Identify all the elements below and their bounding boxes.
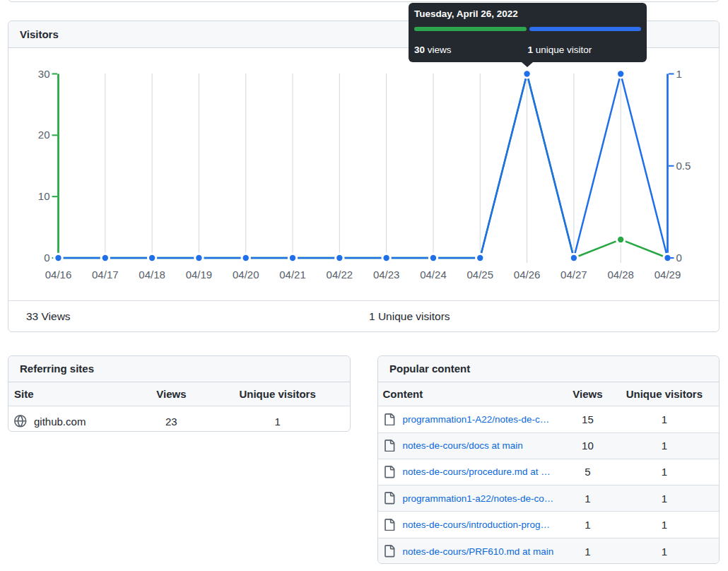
unique-visitors-cell: 1	[620, 466, 708, 478]
unique-visitors-point	[618, 71, 623, 76]
visitors-card: Visitors 010203000.5104/1604/1704/1804/1…	[8, 20, 720, 332]
views-cell: 1	[556, 546, 621, 558]
content-cell: notes-de-cours/procedure.md at …	[378, 466, 556, 478]
popular-content-title: Popular content	[389, 363, 470, 375]
popular-content-row: notes-de-cours/PRF610.md at main11	[378, 538, 719, 564]
views-column-header: Views	[556, 388, 621, 400]
popular-content-row: programmation1-a22/notes-de-co…11	[378, 485, 719, 512]
content-link[interactable]: notes-de-cours/procedure.md at …	[403, 466, 551, 477]
popular-content-header: Popular content	[378, 356, 719, 382]
file-icon	[383, 492, 396, 505]
tooltip-labels: 30 views 1 unique visitor	[414, 44, 641, 56]
unique-visitors-point	[290, 255, 295, 261]
referring-site-row: github.com231	[8, 406, 350, 432]
unique-visitors-cell: 1	[620, 493, 708, 505]
unique-visitors-point	[524, 71, 529, 76]
content-link[interactable]: notes-de-cours/docs at main	[403, 440, 523, 451]
x-axis-label: 04/20	[233, 269, 259, 281]
file-icon	[383, 519, 396, 531]
views-cell: 5	[556, 466, 621, 478]
views-point	[618, 237, 623, 242]
unique-visitors-column-header: Unique visitors	[620, 388, 708, 400]
content-cell: notes-de-cours/introduction-prog…	[378, 519, 556, 531]
x-axis-label: 04/28	[607, 269, 634, 281]
referring-sites-table: Site Views Unique visitors github.com231	[8, 382, 350, 432]
x-axis-label: 04/26	[514, 269, 541, 281]
left-axis-tick-label: 10	[38, 190, 50, 202]
right-axis-tick-label: 0.5	[676, 160, 691, 172]
visitors-title: Visitors	[20, 28, 59, 40]
x-axis-label: 04/17	[92, 269, 119, 281]
visitors-chart[interactable]: 010203000.5104/1604/1704/1804/1904/2004/…	[8, 48, 719, 300]
visitors-card-footer: 33 Views 1 Unique visitors	[8, 300, 719, 331]
unique-visitors-point	[336, 255, 342, 261]
popular-content-row: programmation1-A22/notes-de-c…151	[378, 406, 719, 432]
popular-content-row: notes-de-cours/docs at main101	[378, 433, 719, 459]
content-link[interactable]: notes-de-cours/introduction-prog…	[403, 519, 551, 530]
file-icon	[383, 545, 396, 558]
content-cell: programmation1-a22/notes-de-co…	[378, 492, 556, 505]
left-axis-tick-label: 30	[38, 68, 50, 80]
x-axis-label: 04/19	[186, 269, 213, 281]
tooltip-date: Tuesday, April 26, 2022	[414, 8, 641, 20]
file-icon	[383, 413, 396, 426]
unique-visitors-cell: 1	[620, 440, 708, 452]
popular-content-row: notes-de-cours/introduction-prog…11	[378, 512, 719, 538]
content-link[interactable]: programmation1-a22/notes-de-co…	[403, 493, 554, 504]
unique-progress-bar	[529, 27, 642, 32]
tooltip-views-label: 30 views	[414, 44, 528, 56]
x-axis-label: 04/27	[560, 269, 587, 281]
referring-sites-table-header: Site Views Unique visitors	[8, 382, 350, 407]
x-axis-label: 04/25	[466, 269, 493, 281]
views-cell: 1	[556, 519, 621, 531]
previous-card-bottom-edge	[8, 0, 720, 2]
site-cell: github.com	[8, 415, 136, 428]
popular-content-table: Content Views Unique visitors programmat…	[378, 382, 719, 564]
views-cell: 10	[556, 440, 621, 452]
right-axis-tick-label: 0	[676, 252, 682, 264]
x-axis-label: 04/18	[139, 269, 165, 281]
unique-visitors-cell: 1	[620, 519, 708, 531]
left-axis-tick-label: 0	[44, 252, 49, 264]
unique-visitors-point	[102, 255, 108, 261]
views-progress-bar	[414, 27, 527, 32]
unique-visitors-point	[55, 255, 61, 261]
file-icon	[383, 440, 396, 452]
views-cell: 15	[556, 413, 621, 425]
popular-content-table-header: Content Views Unique visitors	[378, 382, 719, 407]
views-column-header: Views	[136, 388, 207, 400]
popular-content-row: notes-de-cours/procedure.md at …51	[378, 459, 719, 485]
right-axis-tick-label: 1	[676, 68, 682, 80]
unique-visitors-cell: 1	[620, 413, 708, 425]
unique-visitors-point	[571, 255, 577, 261]
x-axis-label: 04/22	[327, 269, 353, 281]
views-cell: 23	[136, 416, 207, 428]
left-axis-tick-label: 20	[38, 129, 50, 141]
unique-visitors-point	[243, 255, 249, 261]
site-column-header: Site	[8, 388, 136, 400]
unique-visitors-point	[149, 255, 155, 261]
unique-visitors-point	[430, 255, 436, 261]
x-axis-label: 04/29	[654, 269, 681, 281]
content-cell: notes-de-cours/PRF610.md at main	[378, 545, 556, 558]
referring-sites-header: Referring sites	[8, 356, 350, 382]
site-name: github.com	[34, 416, 86, 428]
referring-sites-card: Referring sites Site Views Unique visito…	[8, 355, 351, 432]
unique-visitors-summary: 1 Unique visitors	[369, 310, 450, 323]
content-link[interactable]: programmation1-A22/notes-de-c…	[403, 414, 550, 425]
unique-visitors-point	[664, 255, 670, 261]
views-cell: 1	[556, 493, 621, 505]
content-link[interactable]: notes-de-cours/PRF610.md at main	[403, 546, 554, 557]
unique-visitors-point	[196, 255, 201, 261]
traffic-line-chart[interactable]: 010203000.5104/1604/1704/1804/1904/2004/…	[8, 48, 719, 300]
total-views-summary: 33 Views	[26, 310, 71, 323]
content-cell: notes-de-cours/docs at main	[378, 440, 556, 452]
unique-visitors-point	[383, 255, 389, 261]
views-line	[59, 74, 668, 259]
tooltip-bars	[414, 27, 641, 32]
x-axis-label: 04/21	[279, 269, 306, 281]
unique-visitors-point	[477, 255, 483, 261]
content-column-header: Content	[378, 388, 556, 400]
unique-visitors-cell: 1	[620, 546, 708, 558]
content-cell: programmation1-A22/notes-de-c…	[378, 413, 556, 426]
